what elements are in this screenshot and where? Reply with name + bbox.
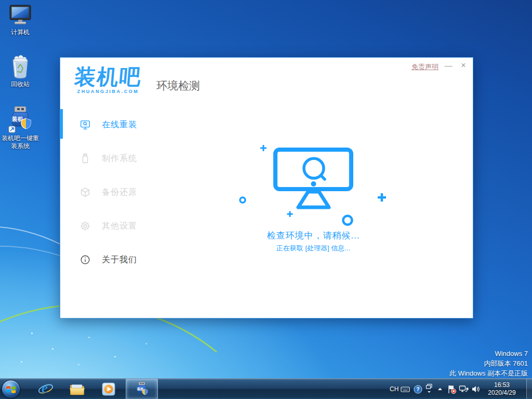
taskbar-explorer-button[interactable]: [65, 379, 88, 399]
environment-check-illustration: [232, 141, 403, 232]
taskbar-media-player-button[interactable]: [97, 379, 120, 399]
desktop-icon-computer[interactable]: 计算机: [0, 4, 41, 36]
app-logo: 装机吧 ZHUANGJIBA.COM: [69, 65, 148, 94]
sidebar-item-label: 制作系统: [102, 153, 137, 164]
computer-icon: [8, 4, 32, 27]
media-player-icon: [101, 381, 116, 397]
help-icon[interactable]: ?: [414, 379, 422, 399]
backup-cube-icon: [79, 187, 91, 198]
status-secondary-text: 正在获取 [处理器] 信息...: [209, 244, 417, 253]
sidebar-item-backup-restore[interactable]: 备份还原: [60, 178, 193, 207]
watermark-line: Windows 7: [449, 349, 528, 358]
wallpaper-sparkles: [31, 332, 33, 334]
action-center-flag-icon[interactable]: [447, 379, 457, 399]
desktop-icon-recycle-bin[interactable]: 回收站: [0, 55, 41, 88]
minimize-button[interactable]: —: [442, 59, 455, 72]
ie-letter: e: [42, 380, 48, 396]
clock[interactable]: 16:53 2020/4/29: [483, 379, 521, 399]
gear-icon: [79, 220, 91, 232]
status-primary-text: 检查环境中，请稍候...: [209, 230, 417, 242]
taskbar: e: [0, 378, 532, 399]
sidebar-item-label: 在线重装: [102, 119, 137, 130]
internet-explorer-icon: e: [37, 381, 54, 397]
sidebar-item-label: 其他设置: [102, 221, 137, 232]
circle-decoration: [240, 197, 245, 203]
show-desktop-button[interactable]: [526, 379, 532, 399]
taskbar-internet-explorer-button[interactable]: e: [34, 379, 57, 399]
volume-icon[interactable]: [471, 379, 481, 399]
folder-icon: [69, 382, 85, 396]
start-button[interactable]: [2, 380, 20, 398]
clock-date: 2020/4/29: [483, 389, 521, 397]
desktop-icon-label: 装机吧一键重装系统: [0, 135, 41, 150]
taskbar-zhuangjiba-button-active[interactable]: 装机: [126, 379, 158, 399]
usb-installer-icon: 装机: [8, 106, 33, 133]
zhuangjiba-window: 装机吧 ZHUANGJIBA.COM 环境检测 免责声明 — × 在线重装 制作…: [60, 57, 473, 318]
app-logo-subtext: ZHUANGJIBA.COM: [69, 89, 148, 94]
plus-decoration: [287, 211, 293, 217]
windows-logo-icon: [6, 384, 16, 394]
input-method-icon[interactable]: [425, 379, 433, 399]
disclaimer-link[interactable]: 免责声明: [411, 62, 438, 72]
sidebar-item-label: 关于我们: [102, 255, 137, 265]
show-hidden-icons-button[interactable]: [436, 379, 444, 399]
circle-decoration: [343, 216, 352, 225]
app-logo-text: 装机吧: [68, 65, 149, 89]
page-title: 环境检测: [156, 78, 200, 93]
sidebar-item-other-settings[interactable]: 其他设置: [60, 211, 193, 241]
language-indicator[interactable]: CH: [390, 379, 398, 399]
sidebar-item-make-system[interactable]: 制作系统: [60, 144, 193, 173]
question-glyph: ?: [416, 387, 419, 392]
monitor-search-icon: [79, 119, 91, 130]
close-button[interactable]: ×: [457, 59, 470, 72]
desktop-icon-zhuangjiba[interactable]: 装机 装机吧一键重装系统: [0, 106, 41, 150]
sidebar-item-about-us[interactable]: 关于我们: [60, 245, 193, 274]
sidebar-item-online-reinstall[interactable]: 在线重装: [60, 110, 193, 139]
keyboard-layout-icon[interactable]: [401, 379, 410, 399]
desktop-icon-label: 回收站: [0, 81, 41, 88]
watermark-line: 内部版本 7601: [449, 358, 528, 368]
plus-decoration: [260, 145, 267, 151]
sidebar-item-label: 备份还原: [102, 187, 137, 198]
recycle-bin-icon: [9, 55, 32, 79]
usb-installer-icon: 装机: [135, 381, 149, 397]
network-icon[interactable]: [459, 379, 469, 399]
usb-drive-icon: [79, 153, 91, 164]
desktop-icon-label: 计算机: [0, 29, 41, 36]
info-icon: [79, 254, 91, 265]
clock-time: 16:53: [483, 381, 521, 389]
windows-watermark: Windows 7 内部版本 7601 此 Windows 副本不是正版: [449, 349, 528, 378]
plus-decoration: [378, 193, 386, 202]
watermark-line: 此 Windows 副本不是正版: [449, 368, 528, 378]
